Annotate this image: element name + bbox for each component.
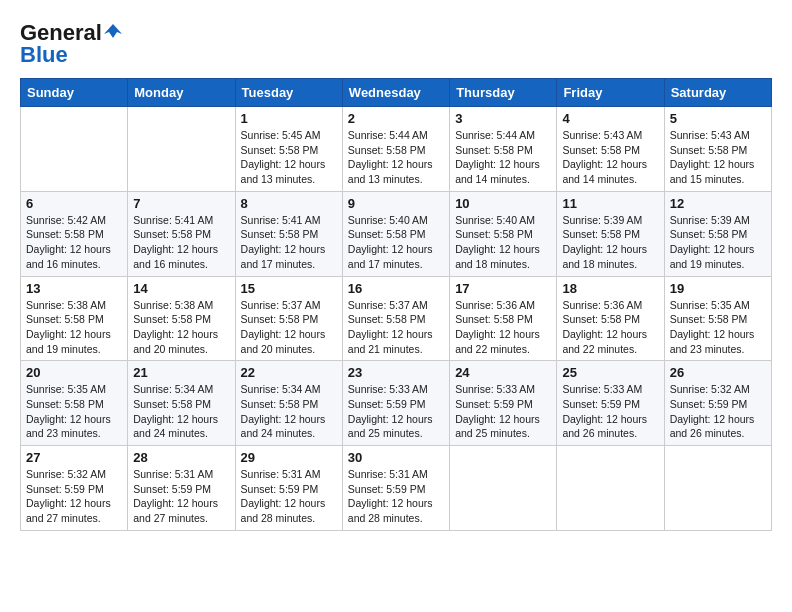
day-number: 30 <box>348 450 444 465</box>
day-info: Sunrise: 5:33 AM Sunset: 5:59 PM Dayligh… <box>562 382 658 441</box>
calendar-cell: 8Sunrise: 5:41 AM Sunset: 5:58 PM Daylig… <box>235 191 342 276</box>
logo: General Blue <box>20 20 122 68</box>
day-info: Sunrise: 5:35 AM Sunset: 5:58 PM Dayligh… <box>26 382 122 441</box>
calendar-cell <box>664 446 771 531</box>
week-row-5: 27Sunrise: 5:32 AM Sunset: 5:59 PM Dayli… <box>21 446 772 531</box>
calendar-cell: 21Sunrise: 5:34 AM Sunset: 5:58 PM Dayli… <box>128 361 235 446</box>
day-number: 4 <box>562 111 658 126</box>
day-info: Sunrise: 5:32 AM Sunset: 5:59 PM Dayligh… <box>26 467 122 526</box>
day-info: Sunrise: 5:31 AM Sunset: 5:59 PM Dayligh… <box>133 467 229 526</box>
logo-blue-text: Blue <box>20 42 68 68</box>
calendar-cell: 6Sunrise: 5:42 AM Sunset: 5:58 PM Daylig… <box>21 191 128 276</box>
calendar-cell: 22Sunrise: 5:34 AM Sunset: 5:58 PM Dayli… <box>235 361 342 446</box>
day-number: 14 <box>133 281 229 296</box>
day-info: Sunrise: 5:42 AM Sunset: 5:58 PM Dayligh… <box>26 213 122 272</box>
day-info: Sunrise: 5:34 AM Sunset: 5:58 PM Dayligh… <box>133 382 229 441</box>
day-number: 19 <box>670 281 766 296</box>
day-number: 13 <box>26 281 122 296</box>
day-number: 15 <box>241 281 337 296</box>
day-number: 17 <box>455 281 551 296</box>
weekday-header-sunday: Sunday <box>21 79 128 107</box>
logo-bird-icon <box>104 22 122 40</box>
calendar-cell: 25Sunrise: 5:33 AM Sunset: 5:59 PM Dayli… <box>557 361 664 446</box>
calendar: SundayMondayTuesdayWednesdayThursdayFrid… <box>20 78 772 531</box>
weekday-header-tuesday: Tuesday <box>235 79 342 107</box>
day-number: 5 <box>670 111 766 126</box>
day-number: 11 <box>562 196 658 211</box>
calendar-cell <box>21 107 128 192</box>
day-number: 2 <box>348 111 444 126</box>
calendar-cell: 29Sunrise: 5:31 AM Sunset: 5:59 PM Dayli… <box>235 446 342 531</box>
calendar-cell: 30Sunrise: 5:31 AM Sunset: 5:59 PM Dayli… <box>342 446 449 531</box>
calendar-cell: 16Sunrise: 5:37 AM Sunset: 5:58 PM Dayli… <box>342 276 449 361</box>
day-number: 22 <box>241 365 337 380</box>
weekday-header-row: SundayMondayTuesdayWednesdayThursdayFrid… <box>21 79 772 107</box>
day-info: Sunrise: 5:40 AM Sunset: 5:58 PM Dayligh… <box>455 213 551 272</box>
svg-marker-0 <box>104 24 122 38</box>
day-info: Sunrise: 5:31 AM Sunset: 5:59 PM Dayligh… <box>348 467 444 526</box>
calendar-cell: 24Sunrise: 5:33 AM Sunset: 5:59 PM Dayli… <box>450 361 557 446</box>
day-info: Sunrise: 5:40 AM Sunset: 5:58 PM Dayligh… <box>348 213 444 272</box>
day-info: Sunrise: 5:43 AM Sunset: 5:58 PM Dayligh… <box>562 128 658 187</box>
calendar-cell: 3Sunrise: 5:44 AM Sunset: 5:58 PM Daylig… <box>450 107 557 192</box>
week-row-3: 13Sunrise: 5:38 AM Sunset: 5:58 PM Dayli… <box>21 276 772 361</box>
day-info: Sunrise: 5:35 AM Sunset: 5:58 PM Dayligh… <box>670 298 766 357</box>
day-info: Sunrise: 5:39 AM Sunset: 5:58 PM Dayligh… <box>670 213 766 272</box>
day-number: 6 <box>26 196 122 211</box>
calendar-cell <box>557 446 664 531</box>
calendar-cell <box>128 107 235 192</box>
day-info: Sunrise: 5:31 AM Sunset: 5:59 PM Dayligh… <box>241 467 337 526</box>
day-info: Sunrise: 5:33 AM Sunset: 5:59 PM Dayligh… <box>455 382 551 441</box>
day-info: Sunrise: 5:38 AM Sunset: 5:58 PM Dayligh… <box>133 298 229 357</box>
calendar-cell: 2Sunrise: 5:44 AM Sunset: 5:58 PM Daylig… <box>342 107 449 192</box>
week-row-4: 20Sunrise: 5:35 AM Sunset: 5:58 PM Dayli… <box>21 361 772 446</box>
calendar-cell: 4Sunrise: 5:43 AM Sunset: 5:58 PM Daylig… <box>557 107 664 192</box>
week-row-2: 6Sunrise: 5:42 AM Sunset: 5:58 PM Daylig… <box>21 191 772 276</box>
day-info: Sunrise: 5:45 AM Sunset: 5:58 PM Dayligh… <box>241 128 337 187</box>
calendar-cell: 12Sunrise: 5:39 AM Sunset: 5:58 PM Dayli… <box>664 191 771 276</box>
header: General Blue <box>20 20 772 68</box>
calendar-cell: 20Sunrise: 5:35 AM Sunset: 5:58 PM Dayli… <box>21 361 128 446</box>
day-number: 23 <box>348 365 444 380</box>
weekday-header-thursday: Thursday <box>450 79 557 107</box>
day-number: 21 <box>133 365 229 380</box>
day-info: Sunrise: 5:41 AM Sunset: 5:58 PM Dayligh… <box>241 213 337 272</box>
day-number: 7 <box>133 196 229 211</box>
day-info: Sunrise: 5:37 AM Sunset: 5:58 PM Dayligh… <box>241 298 337 357</box>
calendar-cell: 18Sunrise: 5:36 AM Sunset: 5:58 PM Dayli… <box>557 276 664 361</box>
weekday-header-friday: Friday <box>557 79 664 107</box>
day-number: 20 <box>26 365 122 380</box>
day-number: 24 <box>455 365 551 380</box>
weekday-header-wednesday: Wednesday <box>342 79 449 107</box>
calendar-cell: 1Sunrise: 5:45 AM Sunset: 5:58 PM Daylig… <box>235 107 342 192</box>
day-number: 3 <box>455 111 551 126</box>
calendar-cell: 23Sunrise: 5:33 AM Sunset: 5:59 PM Dayli… <box>342 361 449 446</box>
calendar-cell <box>450 446 557 531</box>
day-number: 28 <box>133 450 229 465</box>
day-number: 27 <box>26 450 122 465</box>
day-number: 1 <box>241 111 337 126</box>
day-info: Sunrise: 5:44 AM Sunset: 5:58 PM Dayligh… <box>348 128 444 187</box>
day-info: Sunrise: 5:38 AM Sunset: 5:58 PM Dayligh… <box>26 298 122 357</box>
day-number: 12 <box>670 196 766 211</box>
weekday-header-saturday: Saturday <box>664 79 771 107</box>
calendar-cell: 13Sunrise: 5:38 AM Sunset: 5:58 PM Dayli… <box>21 276 128 361</box>
calendar-cell: 7Sunrise: 5:41 AM Sunset: 5:58 PM Daylig… <box>128 191 235 276</box>
day-number: 16 <box>348 281 444 296</box>
day-info: Sunrise: 5:33 AM Sunset: 5:59 PM Dayligh… <box>348 382 444 441</box>
calendar-cell: 5Sunrise: 5:43 AM Sunset: 5:58 PM Daylig… <box>664 107 771 192</box>
calendar-cell: 14Sunrise: 5:38 AM Sunset: 5:58 PM Dayli… <box>128 276 235 361</box>
day-number: 8 <box>241 196 337 211</box>
day-info: Sunrise: 5:41 AM Sunset: 5:58 PM Dayligh… <box>133 213 229 272</box>
day-info: Sunrise: 5:44 AM Sunset: 5:58 PM Dayligh… <box>455 128 551 187</box>
calendar-cell: 27Sunrise: 5:32 AM Sunset: 5:59 PM Dayli… <box>21 446 128 531</box>
calendar-cell: 28Sunrise: 5:31 AM Sunset: 5:59 PM Dayli… <box>128 446 235 531</box>
calendar-cell: 10Sunrise: 5:40 AM Sunset: 5:58 PM Dayli… <box>450 191 557 276</box>
week-row-1: 1Sunrise: 5:45 AM Sunset: 5:58 PM Daylig… <box>21 107 772 192</box>
calendar-cell: 19Sunrise: 5:35 AM Sunset: 5:58 PM Dayli… <box>664 276 771 361</box>
day-info: Sunrise: 5:32 AM Sunset: 5:59 PM Dayligh… <box>670 382 766 441</box>
day-info: Sunrise: 5:36 AM Sunset: 5:58 PM Dayligh… <box>562 298 658 357</box>
day-number: 10 <box>455 196 551 211</box>
calendar-cell: 17Sunrise: 5:36 AM Sunset: 5:58 PM Dayli… <box>450 276 557 361</box>
day-info: Sunrise: 5:37 AM Sunset: 5:58 PM Dayligh… <box>348 298 444 357</box>
